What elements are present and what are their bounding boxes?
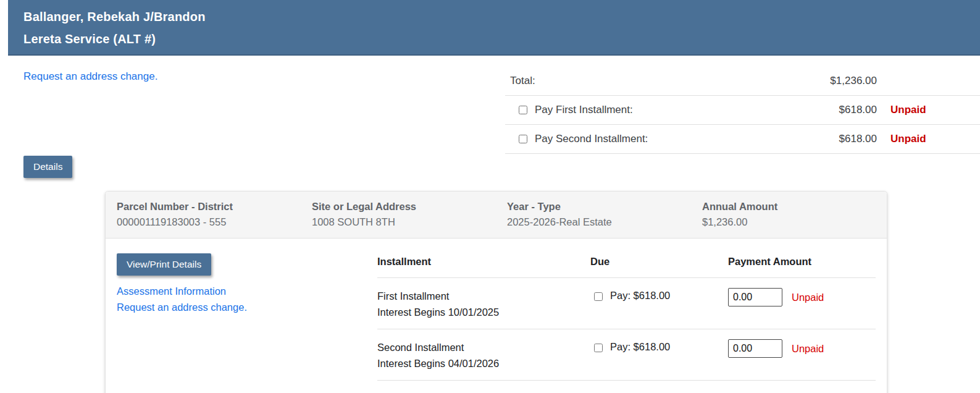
first-payment-amount-input[interactable]: [728, 288, 782, 306]
parcel-summary-bar: Parcel Number - District 000001119183003…: [106, 192, 887, 239]
row-first-status-badge: Unpaid: [792, 292, 824, 303]
account-service-line: Lereta Service (ALT #): [23, 28, 968, 50]
row-pay-second-label: Pay: $618.00: [610, 341, 670, 353]
installment-interest-note: Interest Begins 04/01/2026: [377, 355, 590, 371]
annual-amount-label: Annual Amount: [702, 199, 876, 214]
installment-table: Installment Due Payment Amount First Ins…: [377, 253, 876, 381]
year-type-value: 2025-2026-Real Estate: [507, 214, 702, 230]
account-name: Ballanger, Rebekah J/Brandon: [23, 6, 968, 28]
parcel-number-value: 000001119183003 - 555: [117, 214, 312, 230]
installment-interest-note: Interest Begins 10/01/2025: [377, 304, 590, 320]
parcel-number-label: Parcel Number - District: [117, 199, 312, 214]
details-button[interactable]: Details: [23, 156, 72, 178]
total-amount: $1,236.00: [803, 75, 877, 87]
site-address-label: Site or Legal Address: [312, 199, 507, 214]
row-second-status-badge: Unpaid: [792, 343, 824, 355]
address-change-link[interactable]: Request an address change.: [23, 70, 157, 83]
first-installment-status-badge: Unpaid: [877, 104, 980, 116]
panel-address-change-link[interactable]: Request an address change.: [117, 299, 377, 315]
table-row: First Installment Interest Begins 10/01/…: [377, 278, 876, 329]
pay-second-installment-checkbox[interactable]: [519, 135, 527, 143]
payment-amount-column-header: Payment Amount: [728, 256, 876, 268]
account-header: Ballanger, Rebekah J/Brandon Lereta Serv…: [8, 0, 980, 56]
assessment-information-link[interactable]: Assessment Information: [117, 283, 377, 299]
total-row: Total: $1,236.00: [505, 67, 980, 96]
installment-name: Second Installment: [377, 339, 590, 355]
pay-first-installment-checkbox[interactable]: [519, 106, 527, 114]
annual-amount-value: $1,236.00: [702, 214, 876, 230]
top-section: Request an address change. Total: $1,236…: [8, 56, 980, 154]
year-type-column: Year - Type 2025-2026-Real Estate: [507, 199, 702, 230]
site-address-value: 1008 SOUTH 8TH: [312, 214, 507, 230]
panel-body: View/Print Details Assessment Informatio…: [106, 239, 887, 393]
page: Ballanger, Rebekah J/Brandon Lereta Serv…: [8, 0, 980, 393]
second-installment-status-badge: Unpaid: [877, 133, 980, 145]
first-installment-amount: $618.00: [803, 104, 877, 116]
row-pay-second-checkbox[interactable]: [594, 344, 603, 352]
pay-second-installment-label: Pay Second Installment:: [535, 133, 648, 145]
annual-amount-column: Annual Amount $1,236.00: [702, 199, 876, 230]
installment-column-header: Installment: [377, 256, 590, 268]
installment-name: First Installment: [377, 288, 590, 304]
second-payment-amount-input[interactable]: [728, 339, 782, 358]
year-type-label: Year - Type: [507, 199, 702, 214]
panel-actions: View/Print Details Assessment Informatio…: [117, 253, 377, 381]
parcel-number-column: Parcel Number - District 000001119183003…: [117, 199, 312, 230]
row-pay-first-label: Pay: $618.00: [610, 290, 670, 302]
pay-first-installment-label: Pay First Installment:: [535, 104, 633, 116]
first-installment-row: Pay First Installment: $618.00 Unpaid: [505, 96, 980, 125]
second-installment-row: Pay Second Installment: $618.00 Unpaid: [505, 125, 980, 154]
details-panel: Parcel Number - District 000001119183003…: [105, 191, 887, 393]
table-row: Second Installment Interest Begins 04/01…: [377, 329, 876, 381]
installment-table-header: Installment Due Payment Amount: [377, 253, 876, 278]
due-column-header: Due: [590, 256, 728, 268]
total-label: Total:: [505, 75, 803, 87]
row-pay-first-checkbox[interactable]: [594, 292, 603, 301]
site-address-column: Site or Legal Address 1008 SOUTH 8TH: [312, 199, 507, 230]
second-installment-amount: $618.00: [803, 133, 877, 145]
view-print-details-button[interactable]: View/Print Details: [117, 253, 211, 276]
totals-panel: Total: $1,236.00 Pay First Installment: …: [505, 67, 980, 154]
